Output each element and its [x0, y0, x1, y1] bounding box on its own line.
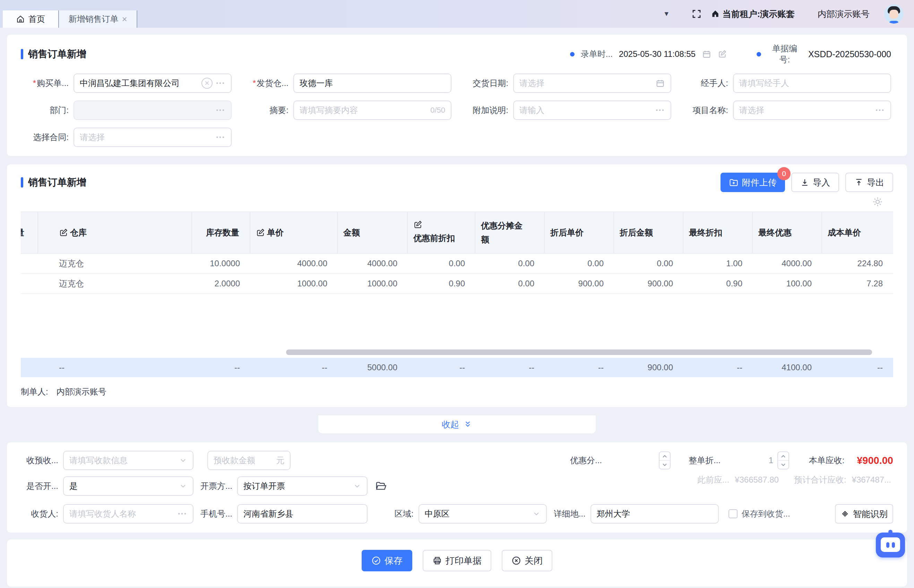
cell-final_benefit[interactable]: 4000.00 [753, 254, 822, 273]
handler-field[interactable] [733, 73, 891, 93]
stepper-up-icon[interactable] [778, 452, 788, 461]
save-to-address-checkbox[interactable] [728, 509, 738, 518]
stepper-down-icon[interactable] [659, 461, 670, 469]
save-button[interactable]: 保存 [362, 550, 412, 571]
receipt-input[interactable] [69, 456, 176, 465]
stepper-down-icon[interactable] [778, 461, 788, 469]
cell-amount_after_discount[interactable]: 0.00 [614, 254, 683, 273]
column-header-qty_clipped: 量 [21, 212, 38, 253]
cell-stock_qty[interactable]: 10.0000 [192, 254, 250, 273]
table-horizontal-scrollbar[interactable] [286, 349, 872, 355]
close-button[interactable]: 关闭 [502, 550, 552, 571]
more-icon[interactable]: ••• [178, 510, 187, 517]
delivery-date-field[interactable] [513, 73, 671, 93]
address-field[interactable] [591, 504, 719, 523]
account-name[interactable]: 内部演示账号 [818, 8, 870, 20]
cell-pre_discount[interactable]: 0.00 [408, 254, 475, 273]
summary-field[interactable]: 0/50 [293, 100, 451, 120]
phone-input[interactable] [244, 509, 361, 519]
calendar-icon[interactable] [702, 49, 712, 59]
more-icon[interactable]: ••• [216, 107, 225, 114]
receiver-field[interactable]: ••• [63, 504, 194, 523]
prepay-amount-input[interactable] [213, 456, 273, 465]
whole-discount-stepper[interactable] [777, 451, 789, 469]
record-time-value[interactable]: 2025-05-30 11:08:55 [619, 49, 696, 59]
attachment-upload-button[interactable]: 附件上传 0 [720, 173, 785, 192]
cell-discount_share[interactable]: 0.00 [475, 254, 545, 273]
tab-page-label: 新增销售订单 [68, 13, 118, 24]
edit-column-icon [59, 228, 68, 237]
calendar-icon[interactable] [655, 78, 665, 88]
phone-field[interactable] [237, 504, 368, 523]
contract-field[interactable]: ••• [74, 128, 232, 147]
note-input[interactable] [519, 105, 652, 115]
cell-price_after_discount[interactable]: 0.00 [545, 254, 614, 273]
contract-input[interactable] [80, 132, 213, 142]
tab-close-icon[interactable]: × [122, 15, 127, 24]
gear-icon[interactable] [872, 197, 883, 207]
region-select[interactable]: 中原区 [418, 504, 547, 523]
collapse-toggle[interactable]: 收起 [318, 415, 596, 433]
more-icon[interactable]: ••• [216, 134, 225, 141]
cell-qty_clipped[interactable] [21, 254, 38, 273]
tab-home[interactable]: 首页 [3, 10, 58, 28]
fullscreen-icon[interactable] [691, 9, 702, 19]
invoice-flag-select[interactable]: 是 [63, 477, 194, 496]
cell-unit_price[interactable]: 1000.00 [250, 274, 338, 293]
folder-open-icon[interactable] [375, 481, 386, 492]
cell-final_discount[interactable]: 1.00 [683, 254, 753, 273]
discount-share-stepper[interactable] [659, 451, 670, 469]
blue-dot-icon [570, 52, 575, 57]
edit-icon[interactable] [718, 50, 727, 58]
receipt-select[interactable] [63, 451, 194, 470]
handler-label: 经手人: [680, 78, 733, 89]
project-field[interactable]: ••• [733, 100, 891, 120]
more-icon[interactable]: ••• [656, 107, 665, 114]
cell-price_after_discount[interactable]: 900.00 [545, 274, 614, 293]
delivery-date-input[interactable] [519, 78, 652, 88]
tab-new-sales-order[interactable]: 新增销售订单 × [58, 10, 137, 28]
save-label: 保存 [384, 555, 402, 567]
print-button[interactable]: 打印单据 [423, 550, 491, 571]
export-button[interactable]: 导出 [845, 173, 893, 192]
clear-icon[interactable]: ✕ [202, 78, 213, 89]
chevron-down-icon[interactable]: ▼ [663, 10, 670, 18]
cell-amount_after_discount[interactable]: 900.00 [614, 274, 683, 293]
whole-discount-value[interactable]: 1 [725, 456, 777, 465]
cell-final_discount: -- [683, 358, 753, 377]
cell-amount[interactable]: 4000.00 [338, 254, 408, 273]
more-icon[interactable]: ••• [216, 80, 225, 87]
ship-warehouse-field[interactable]: 玫德一库 [293, 73, 451, 93]
cell-pre_discount[interactable]: 0.90 [408, 274, 475, 293]
cell-cost_price[interactable]: 7.28 [822, 274, 893, 293]
cell-qty_clipped[interactable] [21, 274, 38, 293]
invoice-method-select[interactable]: 按订单开票 [237, 477, 368, 496]
prepay-amount-field[interactable]: 元 [207, 451, 291, 470]
cell-final_discount[interactable]: 0.90 [683, 274, 753, 293]
settlement-card: 收预收... 元 优惠分... 整单折... 1 [7, 443, 907, 533]
receiver-input[interactable] [69, 509, 174, 519]
address-input[interactable] [597, 509, 712, 519]
cell-warehouse[interactable]: 迈克仓 [38, 254, 192, 273]
cell-final_benefit[interactable]: 100.00 [753, 274, 822, 293]
handler-input[interactable] [739, 78, 885, 88]
cell-unit_price[interactable]: 4000.00 [250, 254, 338, 273]
cell-cost_price[interactable]: 224.80 [822, 254, 893, 273]
summary-input[interactable] [300, 105, 427, 115]
project-input[interactable] [739, 105, 872, 115]
cell-stock_qty[interactable]: 2.0000 [192, 274, 250, 293]
import-button[interactable]: 导入 [791, 173, 839, 192]
cell-amount[interactable]: 1000.00 [338, 274, 408, 293]
smart-recognize-button[interactable]: 智能识别 [835, 504, 893, 523]
cell-warehouse[interactable]: 迈克仓 [38, 274, 192, 293]
title-accent-bar [21, 177, 23, 187]
tenant-info[interactable]: 当前租户:演示账套 [711, 8, 795, 20]
more-icon[interactable]: ••• [875, 107, 885, 114]
note-field[interactable]: ••• [513, 100, 671, 120]
buyer-field[interactable]: 中润昌弘建工集团有限公司 ✕ ••• [74, 73, 232, 93]
assistant-robot-button[interactable] [875, 530, 906, 558]
department-field[interactable]: ••• [74, 100, 232, 120]
avatar[interactable] [884, 4, 904, 24]
stepper-up-icon[interactable] [659, 452, 670, 461]
cell-discount_share[interactable]: 0.00 [475, 274, 545, 293]
